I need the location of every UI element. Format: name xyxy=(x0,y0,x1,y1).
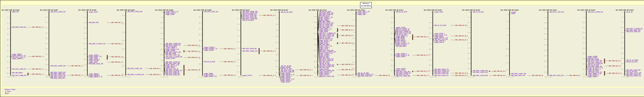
marker-label[interactable]: avgbs_221361 xyxy=(396,27,406,28)
qtl-label[interactable]: QBG.CORE-BG_8.2 xyxy=(224,61,236,63)
marker-label[interactable]: GMI_ES02_lrc13446_328 xyxy=(128,74,144,75)
marker-label[interactable]: GMI_ES01_c13079_243 xyxy=(51,72,66,73)
chromosome-line[interactable] xyxy=(164,11,164,76)
qtl-label[interactable]: QBG.CORE-BG_18.4 xyxy=(455,73,468,74)
marker-label[interactable]: GMI_ES01_c14673_653 xyxy=(473,72,488,73)
marker-label[interactable]: avgbs_109934.1 xyxy=(12,58,23,60)
marker-label[interactable]: avgbs_218452.1 xyxy=(396,53,407,55)
marker-label[interactable]: avgbs_62764.1.20 xyxy=(320,40,332,41)
marker-label[interactable]: GMI_ES17_lrc20004_472 xyxy=(320,32,336,34)
chromosome-line[interactable] xyxy=(356,11,356,76)
marker-label[interactable]: avgbs_217100.1.57 xyxy=(396,43,409,44)
marker-label[interactable]: GMI_ES_CC15057_51 xyxy=(396,28,409,30)
qtl-label[interactable]: QBG.CORE-BG_1.1 xyxy=(32,26,44,28)
chromosome-line[interactable] xyxy=(10,11,11,76)
qtl-label[interactable]: QBG.CORE-BG_13.2 xyxy=(342,29,354,31)
marker-label[interactable]: GMI_ES02_c14080_371 xyxy=(396,73,411,74)
marker-label[interactable]: GMI_ES03_lrc22298_545 xyxy=(166,56,182,58)
marker-label[interactable]: GMI_ES_LB_3649 xyxy=(588,64,599,66)
marker-label[interactable]: GMI_ES22_c1793_372 xyxy=(588,72,602,73)
qtl-label[interactable]: QBG.CORE-BG_6.3 xyxy=(188,57,200,58)
marker-label[interactable]: Xcsu25 xyxy=(511,11,516,13)
marker-label[interactable]: avgbs_200073.1.63 xyxy=(588,73,601,75)
marker-label[interactable]: GMI_ES02_c3243_375 xyxy=(626,74,640,75)
marker-label[interactable]: GMI_ES05_c8781_497 xyxy=(320,12,333,14)
marker-label[interactable]: avgbs_86863 xyxy=(396,37,405,38)
marker-label[interactable]: GMI_ES05_c4188_458 xyxy=(588,66,602,67)
qtl-bar[interactable] xyxy=(184,65,184,75)
marker-label[interactable]: GMI_ES14_c3340_148 xyxy=(320,50,333,51)
marker-label[interactable]: GMI_ES_CC16289_111 xyxy=(243,14,256,15)
marker-label[interactable]: avgbs_62764.2 xyxy=(320,41,330,43)
marker-label[interactable]: AB_SC_02 xyxy=(626,11,633,13)
marker-label[interactable]: avgbs_92720 xyxy=(396,38,405,40)
marker-label[interactable]: avgbs_104327.1 xyxy=(281,80,292,81)
marker-label[interactable]: GMI_ES05_c13541_191 xyxy=(320,35,334,37)
marker-label[interactable]: avgbs_218452 xyxy=(396,56,406,57)
qtl-label[interactable]: QBG.CORE-BG_18.2 xyxy=(455,35,468,37)
marker-label[interactable]: GMI_DS_LB_6363 xyxy=(281,68,292,70)
marker-label[interactable]: GMI_ES22_c18942_308 xyxy=(243,11,257,12)
marker-label[interactable]: avgbs_12201 xyxy=(89,11,98,13)
marker-label[interactable]: GMI_ES17_c17526_507 xyxy=(588,63,603,65)
marker-label[interactable]: avgbs_85626.1 xyxy=(320,30,330,31)
qtl-label[interactable]: QBG.CORE-BG_18.5 xyxy=(455,75,468,76)
marker-label[interactable]: GMI_ES01_c29247_156 xyxy=(51,75,66,76)
marker-label[interactable]: GMI_ES14_c3401_306 xyxy=(243,16,256,18)
marker-label[interactable]: GMI_ES14_c2442_392 xyxy=(320,58,333,60)
marker-label[interactable]: avgbs_235534 xyxy=(320,74,329,76)
marker-label[interactable]: GMI_ES01_c2095_229 xyxy=(51,73,65,75)
marker-label[interactable]: avgbs_203776.1.42 xyxy=(434,37,448,39)
qtl-label[interactable]: QBG.CORE-BG_17.2 xyxy=(417,54,429,56)
marker-label[interactable]: AB09.510 xyxy=(12,11,18,12)
marker-label[interactable]: avgbs_200538 xyxy=(89,73,98,75)
marker-label[interactable]: GMI_ES02_c5798_637 xyxy=(320,14,333,15)
marker-label[interactable]: avgbs_75637 xyxy=(434,11,443,13)
chromosome-line[interactable] xyxy=(279,11,280,76)
marker-label[interactable]: avgbs_203776.1 xyxy=(434,40,446,42)
marker-label[interactable]: GMI_DS_LB_1454 xyxy=(626,61,637,63)
marker-label[interactable]: GMI_GBS_77027 xyxy=(320,67,330,69)
marker-label[interactable]: GMI_ES_CC15160_63 xyxy=(396,30,409,31)
marker-label[interactable]: GMI_GBS_115938 xyxy=(588,59,599,60)
marker-label[interactable]: avgbs_104327 xyxy=(281,81,290,83)
marker-label[interactable]: GMI_ES17_c3006_879 xyxy=(12,75,26,76)
qtl-label[interactable]: QBG.CORE-BG_3.3 xyxy=(112,56,123,58)
marker-label[interactable]: avgbs_214689 xyxy=(588,56,597,57)
marker-label[interactable]: GMI_GBS_90539 xyxy=(12,72,22,74)
marker-label[interactable]: avgbs_85643.1 xyxy=(434,33,444,34)
qtl-bar[interactable] xyxy=(412,35,413,40)
marker-label[interactable]: GMI_ES05_c8955_177 xyxy=(434,69,448,70)
marker-label[interactable]: avgbs_218464 xyxy=(166,50,175,52)
chromosome-line[interactable] xyxy=(49,11,49,76)
marker-label[interactable]: GMI_ES14_c304_84 xyxy=(166,69,178,70)
marker-label[interactable]: avgbs_41886.1.13 xyxy=(89,56,102,57)
marker-label[interactable]: GMI_ES14_c19637_237 xyxy=(626,75,641,77)
marker-label[interactable]: avgbs_7862 xyxy=(358,14,366,15)
marker-label[interactable]: GMI_ES17_c11978_361 xyxy=(320,34,334,35)
qtl-bar[interactable] xyxy=(604,59,605,64)
qtl-label[interactable]: QBG.CORE-BG_15 xyxy=(379,75,390,76)
marker-label[interactable]: avgbs_217069.1 xyxy=(320,54,330,56)
marker-label[interactable]: avgbs_77919 xyxy=(320,48,328,50)
marker-label[interactable]: avgbs_85643.1.19 xyxy=(434,34,447,36)
marker-label[interactable]: GMI_ES15_c12071_400 xyxy=(166,52,180,53)
marker-label[interactable]: avgbs_77919.1.18 xyxy=(320,45,332,47)
marker-label[interactable]: GMI_GBS_69655 xyxy=(396,45,406,47)
marker-label[interactable]: GMI_ES05_c22648_168 xyxy=(473,70,488,72)
marker-label[interactable]: GMI_ES14_c1981_351 xyxy=(626,31,640,32)
qtl-label[interactable]: QBG.CORE-BG_17.3 xyxy=(417,71,429,72)
marker-label[interactable]: avgbs_86863.1.7 xyxy=(396,35,408,37)
marker-label[interactable]: GMI_ES14_c792_696 xyxy=(281,70,294,71)
marker-label[interactable]: avgbs_214414 xyxy=(588,57,597,59)
qtl-bar[interactable] xyxy=(184,50,184,52)
marker-label[interactable]: GMI_ES17_c9023_409 xyxy=(396,75,410,77)
marker-label[interactable]: avgbs_77919.1 xyxy=(320,47,330,48)
marker-label[interactable]: GMI_ES03_c1859_153 xyxy=(51,78,65,79)
marker-label[interactable]: avgbs_203776 xyxy=(434,42,444,43)
marker-label[interactable]: GMI_ES14_c13662_81 xyxy=(320,60,333,61)
qtl-label[interactable]: QBG.CORE-BG_13.3 xyxy=(342,35,354,36)
qtl-bar[interactable] xyxy=(337,33,338,38)
marker-label[interactable]: avgbs_213598.1 xyxy=(204,47,215,48)
marker-label[interactable]: avgbs_201177 xyxy=(166,67,175,69)
